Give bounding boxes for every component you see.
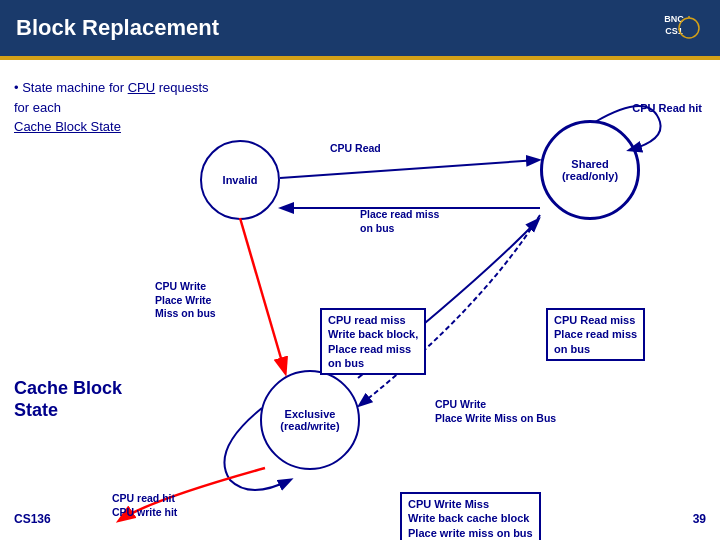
page: Block Replacement BNC CS1 • State machin…: [0, 0, 720, 540]
exclusive-circle: Exclusive(read/write): [260, 370, 360, 470]
footer-course: CS136: [14, 512, 51, 526]
place-read-miss-label: Place read misson bus: [360, 208, 439, 235]
content-area: • State machine for CPU requests for eac…: [0, 60, 720, 530]
title-bar: Block Replacement BNC CS1: [0, 0, 720, 56]
cpu-write-place-write-bus-label: CPU WritePlace Write Miss on Bus: [435, 398, 556, 425]
page-title: Block Replacement: [16, 15, 219, 41]
invalid-label: Invalid: [223, 174, 258, 186]
invalid-circle: Invalid: [200, 140, 280, 220]
cpu-read-write-hit-label: CPU read hitCPU write hit: [112, 492, 177, 519]
invalid-to-exclusive-arrow: [240, 218, 285, 372]
cpu-read-label: CPU Read: [330, 142, 381, 156]
cache-block-state-label: Cache BlockState: [14, 378, 122, 421]
for-each-text: for each: [14, 100, 61, 115]
invalid-to-shared-arrow: [280, 160, 538, 178]
cache-block-link[interactable]: Cache Block State: [14, 119, 121, 134]
cpu-read-miss-box: CPU read missWrite back block,Place read…: [320, 308, 426, 375]
cpu-write-miss-box: CPU Write MissWrite back cache blockPlac…: [400, 492, 541, 540]
cpu-read-hit-top-label: CPU Read hit: [632, 102, 702, 114]
state-description: • State machine for CPU requests for eac…: [14, 78, 209, 137]
logo: BNC CS1: [644, 8, 704, 48]
bullet-prefix: • State machine for: [14, 80, 128, 95]
cpu-text: CPU: [128, 80, 155, 95]
bullet-suffix1: requests: [155, 80, 208, 95]
page-number: 39: [693, 512, 706, 526]
shared-circle: Shared(read/only): [540, 120, 640, 220]
exclusive-label: Exclusive(read/write): [280, 408, 339, 432]
shared-label: Shared(read/only): [562, 158, 618, 182]
cpu-write-place-write-miss-label: CPU WritePlace WriteMiss on bus: [155, 280, 216, 321]
cpu-read-miss-right-box: CPU Read missPlace read misson bus: [546, 308, 645, 361]
